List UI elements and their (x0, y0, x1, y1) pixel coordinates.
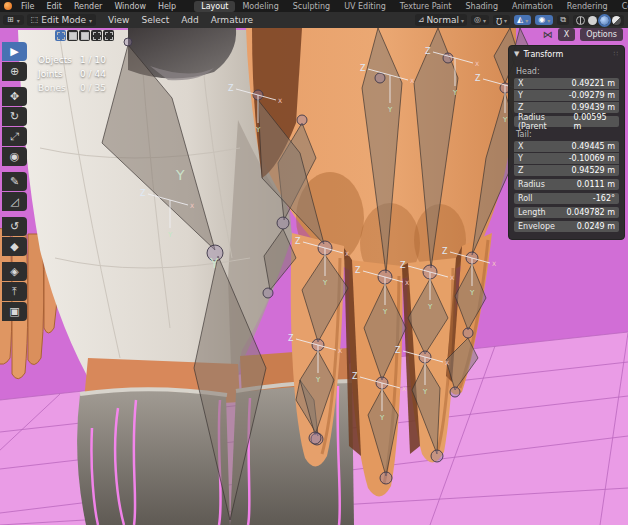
tool-tweak-select[interactable]: ▶ (2, 42, 27, 61)
chevron-down-icon: ▾ (483, 17, 486, 24)
mirror-x-button[interactable]: X (558, 28, 575, 41)
tool-bone-roll[interactable]: ↺ (2, 217, 27, 236)
tool-rotate[interactable]: ↻ (2, 107, 27, 126)
select-mode-new[interactable] (55, 30, 66, 41)
envelope-field[interactable]: Envelope0.0249 m (514, 221, 619, 232)
axis-label-z: Z (352, 372, 358, 381)
shading-modes (573, 15, 624, 26)
axis-label-y: Y (255, 126, 261, 134)
menu-add[interactable]: Add (175, 15, 204, 25)
rendered-shading-icon[interactable] (612, 16, 621, 25)
chevron-down-icon: ▾ (504, 17, 507, 24)
axis-label-x: X (402, 385, 406, 392)
collapse-chevron-icon: ▼ (514, 50, 519, 58)
axis-label-z: Z (295, 237, 301, 246)
magnet-icon: Ω (496, 16, 502, 24)
material-preview-icon[interactable] (600, 16, 609, 25)
tab-shading[interactable]: Shading (458, 1, 505, 12)
menu-view[interactable]: View (102, 15, 135, 25)
menu-select[interactable]: Select (135, 15, 175, 25)
select-mode-buttons (55, 30, 114, 41)
tool-annotate[interactable]: ✎ (2, 172, 27, 191)
axis-label-z: Z (475, 74, 481, 83)
axis-label-x: X (410, 77, 414, 84)
drag-handle-icon[interactable]: ∷ (614, 50, 619, 58)
axis-label-x: X (405, 279, 409, 286)
axis-label-y: Y (452, 89, 458, 97)
mirror-icon[interactable]: ⋈ (543, 29, 553, 40)
proportional-edit-dropdown[interactable]: ◉ ▾ (535, 15, 553, 25)
axis-label-y: Y (322, 279, 328, 287)
options-button[interactable]: Options (580, 28, 623, 41)
tool-scale[interactable]: ⤢ (2, 127, 27, 146)
stat-objects-value: 1 / 10 (80, 53, 106, 67)
head-y-field[interactable]: Y-0.09279 m (514, 90, 619, 101)
chevron-down-icon: ▾ (461, 17, 464, 24)
stat-objects-label: Objects (38, 53, 80, 67)
tool-measure[interactable]: ◿ (2, 192, 27, 211)
tail-y-field[interactable]: Y-0.10069 m (514, 153, 619, 164)
tail-z-field[interactable]: Z0.94529 m (514, 165, 619, 176)
tab-uv-editing[interactable]: UV Editing (337, 1, 393, 12)
tool-cursor[interactable]: ⊕ (2, 62, 27, 81)
snap-toggle[interactable]: Ω ▾ (493, 15, 510, 25)
menu-window[interactable]: Window (108, 2, 152, 11)
axis-label-y: Y (469, 289, 475, 297)
tab-modeling[interactable]: Modeling (235, 1, 285, 12)
axis-label-z: Z (425, 47, 431, 56)
xray-toggle[interactable]: ⧉ (557, 15, 569, 25)
menu-file[interactable]: File (15, 2, 40, 11)
axis-label-y-large: Y (209, 255, 219, 271)
pivot-point-dropdown[interactable]: ◎ ▾ (471, 15, 489, 25)
axis-label-y: Y (427, 303, 433, 311)
axis-label-y: Y (422, 388, 428, 396)
select-mode-subtract[interactable] (79, 30, 90, 41)
transform-orientation-dropdown[interactable]: ⊿ Normal ▾ (415, 14, 467, 26)
pivot-icon: ◎ (474, 16, 481, 24)
axis-label-z: Z (288, 334, 294, 343)
radius-field[interactable]: Radius0.0111 m (514, 179, 619, 190)
blender-logo-icon[interactable] (4, 2, 12, 11)
solid-shading-icon[interactable] (588, 16, 597, 25)
axis-label-x: X (338, 347, 342, 354)
roll-field[interactable]: Roll-162° (514, 193, 619, 204)
menu-armature[interactable]: Armature (205, 15, 259, 25)
select-mode-invert[interactable] (91, 30, 102, 41)
viewport-topright-controls: ⋈ X Options (543, 28, 623, 41)
tail-x-field[interactable]: X0.49445 m (514, 141, 619, 152)
orientation-icon: ⊿ (418, 16, 425, 24)
length-field[interactable]: Length0.049782 m (514, 207, 619, 218)
editor-type-button[interactable]: ⊞ ▾ (3, 15, 24, 25)
axis-label-y: Y (379, 414, 385, 422)
tool-move[interactable]: ✥ (2, 87, 27, 106)
tool-bone-envelope[interactable]: ◈ (2, 262, 27, 281)
tab-compositing[interactable]: Compositing (615, 1, 628, 12)
snap-target-dropdown[interactable]: ◭ ▾ (514, 15, 531, 25)
tab-animation[interactable]: Animation (505, 1, 560, 12)
menu-help[interactable]: Help (152, 2, 182, 11)
head-x-field[interactable]: X0.49221 m (514, 78, 619, 89)
axis-label-z: Z (395, 346, 401, 355)
select-mode-intersect[interactable] (103, 30, 114, 41)
transform-panel-header[interactable]: ▼ Transform ∷ (509, 46, 624, 62)
tool-extrude[interactable]: ⤒ (2, 282, 27, 301)
tool-bone-size[interactable]: ◆ (2, 237, 27, 256)
menu-render[interactable]: Render (68, 2, 108, 11)
select-mode-extend[interactable] (67, 30, 78, 41)
orientation-label: Normal (426, 15, 459, 25)
head-z-field[interactable]: Z0.99439 m (514, 102, 619, 113)
wireframe-shading-icon[interactable] (576, 16, 585, 25)
menu-edit[interactable]: Edit (40, 2, 68, 11)
tab-layout[interactable]: Layout (194, 1, 235, 12)
tool-bone-primitive[interactable]: ▣ (2, 302, 27, 321)
chevron-down-icon: ▾ (525, 17, 528, 24)
axis-label-z: Z (442, 247, 448, 256)
tab-texture-paint[interactable]: Texture Paint (393, 1, 459, 12)
tab-rendering[interactable]: Rendering (560, 1, 615, 12)
mode-selector[interactable]: ⬚ Edit Mode ▾ (27, 14, 96, 26)
axis-label-y: Y (387, 106, 393, 114)
tool-shelf: ▶ ⊕ ✥ ↻ ⤢ ◉ ✎ ◿ ↺ ◆ ◈ ⤒ ▣ (2, 42, 27, 322)
tool-transform[interactable]: ◉ (2, 147, 27, 166)
tab-sculpting[interactable]: Sculpting (286, 1, 337, 12)
head-radius-field[interactable]: Radius (Parent0.00595 m (514, 116, 619, 127)
